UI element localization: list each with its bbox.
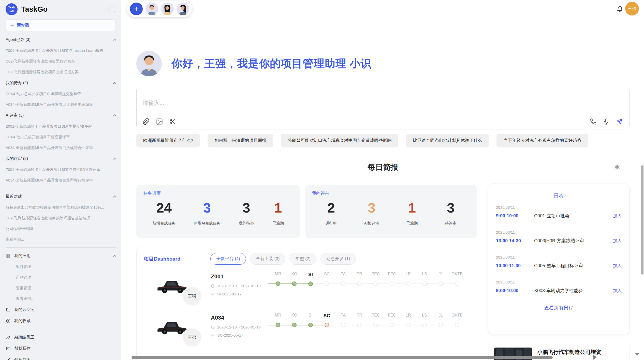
project-flag: SC-2025-05-17	[211, 333, 261, 337]
sidebar-item-cloud-space[interactable]: 我的云空间	[0, 304, 121, 315]
stat: 3 新增AI完成任务	[194, 200, 220, 226]
view-all-apps[interactable]: 查看全部...	[0, 293, 121, 304]
join-link[interactable]: 加入	[613, 288, 622, 294]
schedule-title: 日程	[496, 192, 622, 199]
sidebar-item-creative-draw[interactable]: 创意制图	[0, 354, 121, 360]
taskgo-app: Task Go TaskGo 新对话 Agent已办 (3) Z001-全新燃油…	[0, 0, 644, 360]
my-review-card: 我的评审 2 进行中 3 AI预评审 1 已逾期 3 待评审	[305, 185, 477, 238]
write-box-icon	[6, 346, 11, 351]
chat-input[interactable]	[143, 99, 448, 113]
phone-icon[interactable]	[590, 118, 597, 125]
schedule-event: 2025/03/11 10:30-11:30 C005-整车工程目标评审 加入	[496, 249, 622, 274]
scissors-icon[interactable]	[169, 118, 176, 125]
add-agent-button[interactable]	[130, 3, 143, 15]
scroll-down-arrow[interactable]	[635, 353, 639, 356]
event-row: 13:00-14:30 C003|H0B-方案冻结评审 加入	[496, 238, 622, 244]
chevron-up-icon[interactable]	[113, 255, 116, 258]
suggestion-chips: 欧洲新规最近颁布了什么? 如何写一份清晰的项目周报 特朗普可能对进口汽车增税会对…	[136, 134, 635, 147]
dashboard-title: 项目Dashboard	[144, 256, 180, 262]
join-link[interactable]: 加入	[613, 263, 622, 269]
milestone-label: PEC	[368, 313, 384, 319]
sidebar-item[interactable]: Z001-全新燃油轻卡产品开发项目SI节点属性5D文件评审	[6, 164, 116, 175]
sidebar-item-ai-staff[interactable]: AI超级员工	[0, 332, 121, 343]
microphone-icon[interactable]	[603, 118, 610, 125]
sidebar-item[interactable]: C0X4-动力总成开发项目工程变更评审	[6, 132, 116, 142]
project-row-a034[interactable]: 王强 A034 2023-12-19 ~ 2026-01-19 SC-2025-…	[137, 312, 477, 352]
vertical-scrollbar-thumb[interactable]	[641, 165, 643, 275]
horizontal-scrollbar-thumb[interactable]	[131, 356, 553, 359]
chevron-up-icon[interactable]	[113, 196, 116, 199]
milestone-timeline: MR KO SI SC PA PR PEC FEC LR LS J1 OKTB	[270, 313, 465, 331]
sidebar-item[interactable]: Z001-全新燃油轻卡产品开发项目SI造型提交物评审	[6, 121, 116, 132]
chevron-up-icon[interactable]	[113, 82, 116, 85]
tab-new-body[interactable]: 全新上装 (3)	[250, 253, 286, 265]
stat: 1 已逾期	[406, 200, 418, 226]
stat-value: 3	[445, 200, 457, 215]
tab-year-model[interactable]: 年型 (2)	[289, 253, 316, 265]
event-name: X003-车辆动力学性能验...	[534, 288, 613, 294]
briefing-layout-icon[interactable]	[614, 164, 620, 170]
attachment-icon[interactable]	[143, 118, 150, 125]
notification-bell-icon[interactable]	[617, 6, 623, 12]
card-title: 任务进度	[143, 190, 293, 196]
user-avatar[interactable]: 王强	[625, 2, 639, 16]
sidebar-item-help-write[interactable]: 帮我写作	[0, 343, 121, 354]
scroll-right-arrow[interactable]	[593, 355, 597, 360]
suggestion-chip[interactable]: 当下年轻人对汽车外观有怎样的喜好趋势	[496, 134, 588, 147]
milestone-label: FEC	[384, 313, 400, 319]
milestone-label: PR	[351, 313, 368, 319]
sidebar-item[interactable]: C02-飞腾新能源轻客改款项目立项汇报方案	[6, 67, 116, 77]
cloud-space-label: 我的云空间	[14, 307, 35, 312]
sidebar-item-product-mgmt[interactable]: 产品管理	[0, 272, 121, 283]
sidebar-item[interactable]: C02-飞腾新能源轻客改款项目里程碑画布	[6, 56, 116, 67]
sidebar-item[interactable]: 公司Q3轻卡销量	[6, 223, 116, 234]
chevron-up-icon[interactable]	[113, 158, 116, 161]
chevron-up-icon[interactable]	[113, 39, 116, 42]
suggestion-chip[interactable]: 欧洲新规最近颁布了什么?	[136, 134, 200, 147]
new-chat-button[interactable]: 新对话	[6, 19, 116, 31]
view-all-schedule-link[interactable]: 查看所有日程	[496, 305, 622, 311]
join-link[interactable]: 加入	[613, 238, 622, 244]
view-all-chats[interactable]: 查看全部...	[6, 234, 116, 245]
milestone-label: SI	[302, 313, 319, 319]
sidebar-collapse-icon[interactable]	[109, 7, 115, 12]
sidebar-item[interactable]: A034-全新新能源MUV产品开发项目造型可行性评审	[6, 175, 116, 186]
sidebar-item[interactable]: Z001-全新燃油皮卡产品开发项目SI节点Lesson Learn报告	[6, 45, 116, 56]
app-logo: Task Go	[6, 3, 18, 15]
stat-label: 已逾期	[272, 221, 284, 226]
group-title: Agent已办 (3)	[6, 34, 116, 45]
group-title-text: Agent已办 (3)	[6, 37, 31, 42]
people-icon	[6, 335, 11, 340]
join-link[interactable]: 加入	[613, 213, 622, 219]
sidebar-item-change-mgmt[interactable]: 变更管理	[0, 283, 121, 293]
stat-value: 3	[239, 200, 254, 215]
send-icon[interactable]	[616, 118, 623, 125]
sidebar-item[interactable]: C02-飞腾新能源轻客改款项目的闭环通告反馈情况	[6, 213, 116, 223]
agent-avatar-3[interactable]	[177, 3, 189, 15]
sidebar-item[interactable]: A034-全新新能源MUV产品开发项目法规符合性评审	[6, 142, 116, 153]
tab-powertrain[interactable]: 动总开发 (1)	[320, 253, 356, 265]
project-row-z001[interactable]: 王强 Z001 2023-12-19 ~ 2027-01-19 SI-2025-…	[137, 271, 477, 311]
sidebar-item-my-apps[interactable]: 我的应用	[0, 250, 121, 261]
suggestion-chip[interactable]: 比亚迪全固态电池计划具体说了什么	[406, 134, 489, 147]
milestone-nodes	[270, 281, 465, 286]
event-row: 10:30-11:30 C005-整车工程目标评审 加入	[496, 263, 622, 269]
flag-icon	[211, 292, 215, 296]
project-code: Z001	[211, 273, 261, 280]
tab-new-platform[interactable]: 全新平台 (4)	[210, 253, 246, 265]
plus-icon	[133, 6, 139, 12]
stat-row: 24 新增完成任务 3 新增AI完成任务 3 我的待办 1 已逾期	[143, 200, 293, 226]
divider	[6, 188, 116, 188]
image-icon[interactable]	[156, 118, 163, 125]
suggestion-chip[interactable]: 如何写一份清晰的项目周报	[208, 134, 273, 147]
agent-avatar-1[interactable]	[145, 3, 158, 15]
sidebar-item[interactable]: 解释最新出台的欧盟报废车法规再生塑料比例被调至15%...	[6, 202, 116, 213]
milestone-track	[270, 279, 465, 290]
sidebar-item-favorites[interactable]: 我的收藏	[0, 315, 121, 326]
chevron-up-icon[interactable]	[113, 114, 116, 118]
sidebar-item[interactable]: C0X4-动力总成开发项目SI里程碑提交物检查	[6, 88, 116, 99]
sidebar-item-project-mgmt[interactable]: 项目管理	[0, 261, 121, 272]
sidebar-item[interactable]: A034-全新新能源MUV产品开发项目计划变更表编写	[6, 99, 116, 110]
agent-avatar-2[interactable]	[161, 3, 174, 15]
suggestion-chip[interactable]: 特朗普可能对进口汽车增税会对中国车企造成哪些影响	[281, 134, 398, 147]
